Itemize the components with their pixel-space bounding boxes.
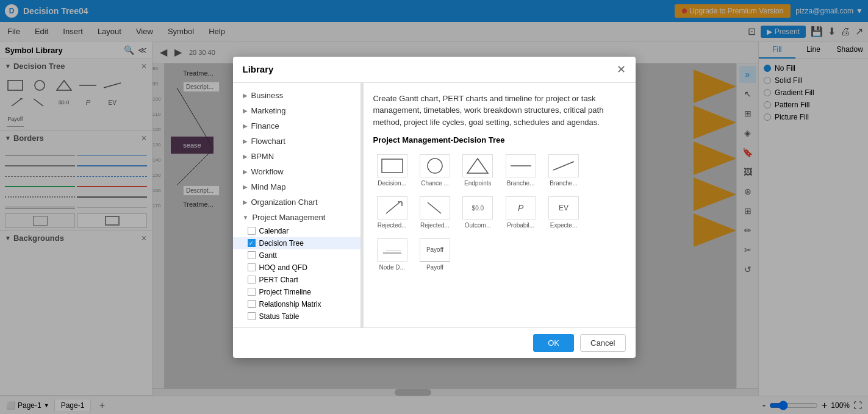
modal-footer: OK Cancel [233, 327, 636, 358]
svg-point-16 [428, 159, 442, 173]
modal-symbol-branch2[interactable]: Branche... [545, 152, 583, 189]
modal-symbol-probability-name: Probabil... [507, 222, 534, 229]
modal-close-button[interactable]: ✕ [617, 64, 626, 75]
tree-item-mindmap[interactable]: ▶ Mind Map [233, 179, 360, 195]
modal-symbol-rejected1[interactable]: Rejected... [373, 194, 411, 231]
modal-overlay: Library ✕ ▶ Business ▶ Marketing ▶ Finan… [0, 0, 868, 414]
modal-symbol-rejected2-name: Rejected... [420, 222, 450, 229]
tree-sub-pert[interactable]: PERT Chart [233, 274, 360, 286]
tree-label-business: Business [251, 91, 284, 100]
tree-sub-label-gantt: Gantt [259, 251, 277, 260]
tree-sub-label-pert: PERT Chart [259, 276, 298, 284]
modal-cancel-button[interactable]: Cancel [580, 334, 625, 352]
tree-item-business[interactable]: ▶ Business [233, 88, 360, 103]
tree-sub-calendar[interactable]: Calendar [233, 225, 360, 237]
arrow-icon-finance: ▶ [243, 123, 248, 129]
tree-sub-label-status-table: Status Table [259, 312, 299, 321]
modal-symbol-noded-name: Node D... [379, 264, 405, 271]
library-modal: Library ✕ ▶ Business ▶ Marketing ▶ Finan… [233, 57, 636, 358]
checkbox-calendar[interactable] [248, 227, 256, 235]
tree-label-bpmn: BPMN [251, 152, 274, 161]
modal-symbol-branch2-name: Branche... [550, 180, 578, 187]
modal-symbol-outcome[interactable]: $0.0 Outcom... [459, 194, 497, 231]
arrow-icon-project-mgmt: ▼ [243, 214, 249, 221]
tree-sub-decision-tree[interactable]: ✓ Decision Tree [233, 237, 360, 249]
arrow-icon-marketing: ▶ [243, 107, 248, 114]
modal-symbol-endpoints[interactable]: Endpoints [459, 152, 497, 189]
modal-body: ▶ Business ▶ Marketing ▶ Finance ▶ Flowc… [233, 83, 636, 327]
modal-symbol-branch1-name: Branche... [507, 180, 535, 187]
tree-label-finance: Finance [251, 121, 279, 130]
modal-right-panel: Create Gantt chart, PERT charts and time… [364, 83, 636, 327]
tree-label-orgchart: Organization Chart [251, 198, 318, 207]
checkbox-gantt[interactable] [248, 251, 256, 259]
svg-line-19 [553, 162, 574, 170]
svg-text:———: ——— [386, 248, 401, 253]
modal-title: Library [243, 64, 274, 74]
tree-item-bpmn[interactable]: ▶ BPMN [233, 149, 360, 164]
checkbox-pert[interactable] [248, 276, 256, 284]
svg-line-23 [428, 202, 441, 213]
tree-item-marketing[interactable]: ▶ Marketing [233, 103, 360, 118]
tree-item-flowchart[interactable]: ▶ Flowchart [233, 134, 360, 149]
tree-label-flowchart: Flowchart [251, 137, 285, 146]
modal-symbol-payoff-name: Payoff [426, 264, 443, 271]
tree-sub-status-table[interactable]: Status Table [233, 310, 360, 323]
modal-left-panel: ▶ Business ▶ Marketing ▶ Finance ▶ Flowc… [233, 83, 361, 327]
svg-line-20 [386, 202, 400, 213]
checkbox-hoq[interactable] [248, 263, 256, 271]
modal-symbol-decision-name: Decision... [378, 180, 406, 187]
tree-sub-project-timeline[interactable]: Project Timeline [233, 286, 360, 298]
tree-sub-label-calendar: Calendar [259, 227, 289, 235]
modal-header: Library ✕ [233, 57, 636, 83]
tree-label-workflow: Workflow [251, 167, 284, 176]
modal-symbol-chance-name: Chance ... [421, 180, 449, 187]
checkbox-relationship-matrix[interactable] [248, 300, 256, 308]
tree-label-marketing: Marketing [251, 106, 286, 115]
tree-item-workflow[interactable]: ▶ Workflow [233, 164, 360, 179]
modal-symbol-chance[interactable]: Chance ... [416, 152, 454, 189]
svg-marker-17 [467, 159, 488, 173]
arrow-icon-business: ▶ [243, 92, 248, 99]
modal-symbol-endpoints-name: Endpoints [464, 180, 491, 187]
modal-symbol-rejected2[interactable]: Rejected... [416, 194, 454, 231]
tree-item-finance[interactable]: ▶ Finance [233, 118, 360, 134]
tree-label-mindmap: Mind Map [251, 182, 286, 191]
modal-symbol-decision[interactable]: Decision... [373, 152, 411, 189]
svg-rect-15 [382, 159, 403, 173]
modal-symbol-outcome-name: Outcom... [465, 222, 491, 229]
modal-ok-button[interactable]: OK [533, 334, 574, 352]
modal-description: Create Gantt chart, PERT charts and time… [373, 93, 626, 129]
tree-sub-label-relationship-matrix: Relationship Matrix [259, 300, 321, 309]
modal-symbol-branch1[interactable]: Branche... [501, 152, 539, 189]
modal-section-title: Project Management-Decision Tree [373, 135, 626, 145]
tree-label-project-mgmt: Project Management [252, 213, 325, 222]
tree-item-orgchart[interactable]: ▶ Organization Chart [233, 195, 360, 210]
modal-symbol-rejected1-name: Rejected... [378, 222, 407, 229]
tree-sub-gantt[interactable]: Gantt [233, 249, 360, 262]
modal-symbol-expected[interactable]: EV Expecte... [545, 194, 583, 231]
tree-sub-label-decision-tree: Decision Tree [259, 239, 304, 248]
arrow-icon-mindmap: ▶ [243, 184, 248, 190]
checkbox-project-timeline[interactable] [248, 288, 256, 296]
tree-sub-hoq[interactable]: HOQ and QFD [233, 262, 360, 274]
modal-symbol-noded[interactable]: ——— Node D... [373, 236, 411, 273]
tree-sub-relationship-matrix[interactable]: Relationship Matrix [233, 298, 360, 310]
modal-symbol-expected-name: Expecte... [550, 222, 577, 229]
checkbox-decision-tree[interactable]: ✓ [248, 239, 256, 247]
arrow-icon-flowchart: ▶ [243, 138, 248, 145]
arrow-icon-orgchart: ▶ [243, 199, 248, 205]
arrow-icon-bpmn: ▶ [243, 153, 248, 160]
tree-item-project-mgmt[interactable]: ▼ Project Management [233, 210, 360, 225]
checkbox-status-table[interactable] [248, 312, 256, 320]
arrow-icon-workflow: ▶ [243, 168, 248, 175]
modal-symbol-payoff[interactable]: Payoff Payoff [416, 236, 454, 273]
tree-sub-label-hoq: HOQ and QFD [259, 263, 307, 272]
modal-symbol-probability[interactable]: P Probabil... [501, 194, 539, 231]
tree-sub-label-project-timeline: Project Timeline [259, 288, 311, 296]
